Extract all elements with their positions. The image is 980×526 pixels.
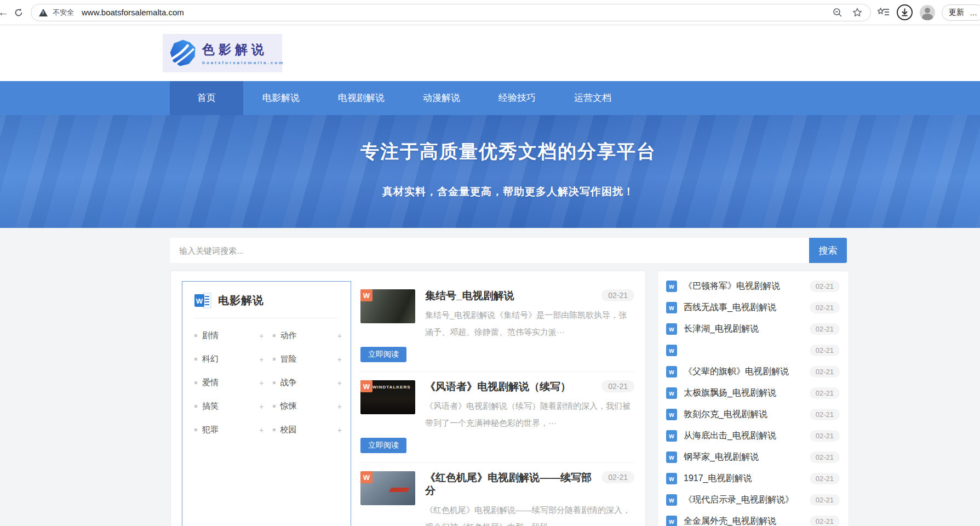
hero-title: 专注于高质量优秀文档的分享平台 xyxy=(170,139,847,164)
collections-icon[interactable] xyxy=(878,7,890,18)
article-title[interactable]: 集结号_电视剧解说 xyxy=(425,289,514,302)
post-date: 02-21 xyxy=(810,409,840,420)
category-item-jingsong[interactable]: 惊悚+ xyxy=(273,395,351,418)
nav-item-home[interactable]: 首页 xyxy=(170,81,243,115)
bullet-icon xyxy=(273,358,276,361)
post-date: 02-21 xyxy=(810,366,840,378)
recent-post-item[interactable]: w02-21 xyxy=(666,340,840,361)
recent-post-item[interactable]: w从海底出击_电视剧解说02-21 xyxy=(666,425,840,447)
category-item-zhanzheng[interactable]: 战争+ xyxy=(273,371,351,395)
category-grid: 剧情+ 动作+ 科幻+ 冒险+ 爱情+ 战争+ 搞笑+ 惊悚+ 犯罪+ 校园+ xyxy=(194,324,351,442)
svg-text:W: W xyxy=(196,297,203,305)
article-title[interactable]: 《红色机尾》电视剧解说——续写部分 xyxy=(425,471,596,498)
recent-post-item[interactable]: w西线无战事_电视剧解说02-21 xyxy=(666,297,840,318)
browser-toolbar: ← ! 不安全 www.boatsforsalemalta.com 更新 … xyxy=(0,0,980,25)
article-row: W 《红色机尾》电视剧解说——续写部分 02-21 《红色机尾》电视剧解说——续… xyxy=(360,463,634,526)
article-description: 《红色机尾》电视剧解说——续写部分随着剧情的深入，观众们被《红色机尾》中那一段段… xyxy=(425,501,634,526)
doc-icon: w xyxy=(666,516,677,526)
reload-icon[interactable] xyxy=(11,5,26,20)
bullet-icon xyxy=(194,381,197,384)
security-label[interactable]: 不安全 xyxy=(53,8,74,18)
post-date: 02-21 xyxy=(810,473,840,484)
bookmark-star-icon[interactable] xyxy=(852,7,863,18)
post-date: 02-21 xyxy=(810,323,840,335)
more-menu-icon[interactable]: … xyxy=(970,8,977,17)
nav-item-movie[interactable]: 电影解说 xyxy=(243,81,319,115)
category-panel-title: 电影解说 xyxy=(218,293,264,308)
recent-post-item[interactable]: w《现代启示录_电视剧解说》02-21 xyxy=(666,489,840,511)
main-card: W 电影解说 剧情+ 动作+ 科幻+ 冒险+ 爱情+ 战争+ 搞笑+ 惊悚+ 犯… xyxy=(170,271,646,526)
post-date: 02-21 xyxy=(810,302,840,313)
recent-post-item[interactable]: w全金属外壳_电视剧解说02-21 xyxy=(666,511,840,526)
url-text[interactable]: www.boatsforsalemalta.com xyxy=(82,8,184,17)
doc-icon: w xyxy=(666,366,677,378)
article-title[interactable]: 《风语者》电视剧解说（续写） xyxy=(425,380,571,393)
logo-domain: boatsforsalemalta.com xyxy=(202,60,284,65)
site-header: 色影解说 boatsforsalemalta.com xyxy=(0,25,980,81)
category-item-juqing[interactable]: 剧情+ xyxy=(194,324,273,347)
read-now-button[interactable]: 立即阅读 xyxy=(360,438,406,453)
category-item-dongzuo[interactable]: 动作+ xyxy=(273,324,351,347)
bullet-icon xyxy=(273,381,276,384)
not-secure-warning-icon[interactable]: ! xyxy=(39,9,48,16)
search-input[interactable] xyxy=(170,238,809,263)
post-date: 02-21 xyxy=(810,451,840,463)
category-panel-header: W 电影解说 xyxy=(194,293,339,318)
recent-post-item[interactable]: w太极旗飘扬_电视剧解说02-21 xyxy=(666,382,840,404)
category-item-maoxian[interactable]: 冒险+ xyxy=(273,347,351,371)
recent-post-item[interactable]: w1917_电视剧解说02-21 xyxy=(666,468,840,489)
zoom-out-icon[interactable] xyxy=(832,7,843,18)
post-date: 02-21 xyxy=(810,387,840,399)
article-thumbnail[interactable]: W WINDTALKERS xyxy=(360,380,415,414)
plus-icon[interactable]: + xyxy=(259,355,263,364)
category-item-xiaoyuan[interactable]: 校园+ xyxy=(273,418,351,442)
main-navigation: 首页 电影解说 电视剧解说 动漫解说 经验技巧 运营文档 xyxy=(0,81,980,115)
plus-icon[interactable]: + xyxy=(337,402,342,411)
article-description: 集结号_电视剧解说《集结号》是一部由陈凯歌执导，张涵予、邓超、徐静蕾、范伟等实力… xyxy=(425,306,634,340)
recent-posts-panel: w《巴顿将军》电视剧解说02-21 w西线无战事_电视剧解说02-21 w长津湖… xyxy=(657,271,849,526)
bullet-icon xyxy=(194,358,197,361)
recent-post-item[interactable]: w敦刻尔克_电视剧解说02-21 xyxy=(666,404,840,425)
profile-avatar[interactable] xyxy=(920,5,935,20)
plus-icon[interactable]: + xyxy=(337,379,342,387)
doc-icon: w xyxy=(666,323,677,335)
recent-post-item[interactable]: w《父辈的旗帜》电视剧解说02-21 xyxy=(666,361,840,382)
browser-update-button[interactable]: 更新 … xyxy=(942,4,980,21)
back-icon[interactable]: ← xyxy=(0,5,11,20)
read-now-button[interactable]: 立即阅读 xyxy=(360,347,406,362)
plus-icon[interactable]: + xyxy=(337,355,342,364)
category-item-aiqing[interactable]: 爱情+ xyxy=(194,371,273,395)
download-icon[interactable] xyxy=(896,4,913,21)
post-date: 02-21 xyxy=(810,281,840,292)
search-bar: 搜索 xyxy=(170,238,847,263)
doc-icon: w xyxy=(666,494,677,506)
article-thumbnail[interactable]: W xyxy=(360,289,415,323)
category-item-kehuan[interactable]: 科幻+ xyxy=(194,347,273,371)
address-bar[interactable]: ! 不安全 www.boatsforsalemalta.com xyxy=(31,4,871,21)
word-doc-icon: W xyxy=(194,293,211,308)
plus-icon[interactable]: + xyxy=(259,379,263,387)
recent-post-item[interactable]: w长津湖_电视剧解说02-21 xyxy=(666,318,840,340)
recent-post-item[interactable]: w《巴顿将军》电视剧解说02-21 xyxy=(666,276,840,297)
nav-item-tv[interactable]: 电视剧解说 xyxy=(319,81,404,115)
plus-icon[interactable]: + xyxy=(259,426,263,434)
plus-icon[interactable]: + xyxy=(337,426,342,434)
doc-icon: w xyxy=(666,387,677,399)
article-thumbnail[interactable]: W xyxy=(360,471,415,505)
recent-post-item[interactable]: w钢琴家_电视剧解说02-21 xyxy=(666,447,840,468)
category-item-gaoxiao[interactable]: 搞笑+ xyxy=(194,395,273,418)
nav-item-docs[interactable]: 运营文档 xyxy=(555,81,631,115)
site-logo-link[interactable]: 色影解说 boatsforsalemalta.com xyxy=(163,34,282,72)
plus-icon[interactable]: + xyxy=(337,331,342,340)
plus-icon[interactable]: + xyxy=(259,331,263,340)
nav-item-tips[interactable]: 经验技巧 xyxy=(479,81,555,115)
category-item-fanzui[interactable]: 犯罪+ xyxy=(194,418,273,442)
plus-icon[interactable]: + xyxy=(259,402,263,411)
doc-icon: w xyxy=(666,409,677,420)
search-button[interactable]: 搜索 xyxy=(809,238,847,263)
thumbnail-caption: WINDTALKERS xyxy=(372,385,411,390)
article-list: W 集结号_电视剧解说 02-21 集结号_电视剧解说《集结号》是一部由陈凯歌执… xyxy=(360,281,634,526)
bullet-icon xyxy=(194,334,197,337)
nav-item-anime[interactable]: 动漫解说 xyxy=(404,81,479,115)
doc-icon: w xyxy=(666,451,677,463)
